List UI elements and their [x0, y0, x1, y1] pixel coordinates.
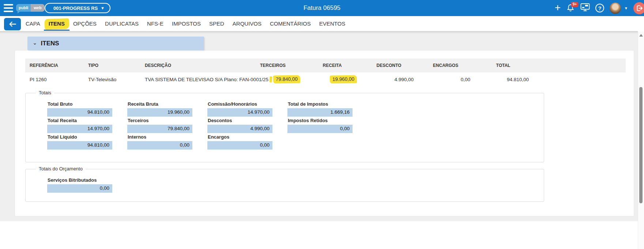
field-total-de-impostos: Total de Impostos 1.669,16 [287, 101, 368, 117]
notification-count-badge: 9+ [571, 2, 578, 7]
tab-label: EVENTOS [319, 20, 345, 27]
tab-label: ITENS [49, 20, 65, 27]
yellow-highlight: 19.960,00 [330, 75, 357, 84]
field-descontos: Descontos 4.990,00 [207, 117, 287, 133]
field-label: Comissão/Honorários [208, 101, 287, 107]
top-bar: publi web 001-PROGRESS RS ▼ Fatura 06595… [0, 0, 644, 16]
hamburger-menu-icon[interactable] [4, 4, 13, 12]
help-icon[interactable]: ? [595, 4, 604, 12]
field-label: Total Bruto [48, 101, 127, 107]
notifications-bell-icon[interactable]: 9+ [566, 3, 575, 13]
totais-grid: Total Bruto 94.810,00 Receita Bruta 19.9… [47, 101, 368, 150]
yellow-highlight: 79.840,00 [273, 75, 300, 84]
vertical-scrollbar[interactable] [638, 31, 644, 249]
scroll-up-arrow-icon[interactable] [639, 34, 643, 37]
field-label: Impostos Retidos [288, 118, 368, 123]
cell-desconto: 4.990,00 [361, 77, 417, 82]
tab-bar: CAPA ITENS OPÇÕES DUPLICATAS NFS-E IMPOS… [0, 16, 644, 31]
orcamento-grid: Serviços Bitributados 0,00 [47, 177, 368, 193]
field-value: 19.960,00 [127, 108, 192, 117]
field-total-liquido: Total Líquido 94.810,00 [47, 133, 127, 150]
field-label: Total Receita [48, 118, 127, 123]
field-label: Receita Bruta [128, 101, 207, 107]
tab-impostos[interactable]: IMPOSTOS [172, 20, 201, 27]
bottom-strip [0, 221, 638, 249]
field-internos: Internos 0,00 [127, 133, 207, 150]
help-question-glyph: ? [598, 5, 602, 11]
field-value: 79.840,00 [127, 125, 192, 133]
field-value: 0,00 [127, 141, 192, 150]
logo-part-publi: publi [16, 4, 31, 12]
active-tab-underline [44, 30, 69, 31]
scrollbar-thumb[interactable] [639, 87, 643, 203]
fieldset-legend: Totais [36, 90, 54, 95]
field-receita-bruta: Receita Bruta 19.960,00 [127, 101, 207, 117]
field-value: 94.810,00 [47, 108, 112, 117]
field-label: Internos [128, 134, 207, 140]
column-header: RECEITA [304, 63, 361, 68]
app-window: publi web 001-PROGRESS RS ▼ Fatura 06595… [0, 0, 644, 249]
field-value: 1.669,16 [287, 108, 353, 117]
cell-tipo: TV-Televisão [84, 77, 140, 82]
tab-opcoes[interactable]: OPÇÕES [73, 20, 97, 27]
back-button[interactable] [4, 18, 21, 30]
field-total-receita: Total Receita 14.970,00 [47, 117, 127, 133]
cell-receita: 19.960,00 [304, 75, 361, 83]
column-header: TIPO [84, 63, 140, 68]
field-total-bruto: Total Bruto 94.810,00 [47, 101, 127, 117]
field-terceiros: Terceiros 79.840,00 [127, 117, 207, 133]
company-selector-dropdown[interactable]: 001-PROGRESS RS ▼ [45, 3, 110, 13]
tab-nfse[interactable]: NFS-E [147, 20, 163, 27]
itens-section-header[interactable]: ⌄ ITENS [27, 37, 204, 50]
tab-label: NFS-E [147, 20, 163, 27]
column-header: TERCEIROS [242, 63, 304, 68]
field-label: Serviços Bitributados [48, 177, 127, 183]
field-comissao-honorarios: Comissão/Honorários 14.970,00 [207, 101, 287, 117]
totais-orcamento-fieldset: Totais do Orçamento Serviços Bitributado… [25, 169, 544, 202]
publiweb-logo[interactable]: publi web [16, 4, 45, 12]
cell-descricao: TVA SISTEMA DE TELEVISAO S/A Plano: FAN-… [140, 76, 242, 82]
cell-referencia: PI 1260 [25, 77, 84, 82]
tab-label: COMENTÁRIOS [270, 20, 311, 27]
display-monitor-icon[interactable] [580, 3, 590, 13]
field-value: 14.970,00 [207, 108, 272, 117]
field-value: 0,00 [47, 184, 112, 193]
topbar-actions: + 9+ ? ▼ [555, 0, 644, 16]
section-title: ITENS [41, 40, 59, 47]
items-table-header: REFERÊNCIA TIPO DESCRIÇÃO TERCEIROS RECE… [25, 59, 626, 72]
field-value: 0,00 [287, 125, 353, 133]
tab-capa[interactable]: CAPA [26, 20, 40, 27]
column-header: REFERÊNCIA [25, 63, 84, 68]
cell-terceiros: 79.840,00 [242, 75, 304, 83]
tab-arquivos[interactable]: ARQUIVOS [233, 20, 261, 27]
tab-label: SPED [209, 20, 224, 27]
tab-eventos[interactable]: EVENTOS [319, 20, 345, 27]
tab-label: OPÇÕES [73, 20, 97, 27]
field-label: Descontos [208, 118, 287, 123]
field-value: 14.970,00 [47, 125, 112, 133]
field-label: Terceiros [128, 118, 207, 123]
logout-icon[interactable] [633, 2, 644, 14]
user-avatar[interactable] [610, 3, 621, 14]
tab-label: IMPOSTOS [172, 20, 201, 27]
tab-itens[interactable]: ITENS [49, 20, 65, 27]
chevron-down-icon: ▼ [101, 6, 105, 10]
content-area: ⌄ ITENS REFERÊNCIA TIPO DESCRIÇÃO TERCEI… [0, 31, 638, 221]
add-icon[interactable]: + [555, 3, 561, 13]
field-impostos-retidos: Impostos Retidos 0,00 [287, 117, 368, 133]
fieldset-legend: Totais do Orçamento [36, 166, 86, 171]
itens-panel: REFERÊNCIA TIPO DESCRIÇÃO TERCEIROS RECE… [15, 50, 634, 216]
table-row[interactable]: PI 1260 TV-Televisão TVA SISTEMA DE TELE… [25, 72, 626, 86]
tab-label: DUPLICATAS [105, 20, 139, 27]
tab-label: CAPA [26, 20, 40, 27]
field-label: Total Líquido [48, 134, 127, 140]
column-header: ENCARGOS [417, 63, 474, 68]
tab-comentarios[interactable]: COMENTÁRIOS [270, 20, 311, 27]
field-value: 0,00 [207, 141, 272, 150]
field-servicos-bitributados: Serviços Bitributados 0,00 [47, 177, 127, 193]
tab-sped[interactable]: SPED [209, 20, 224, 27]
tab-duplicatas[interactable]: DUPLICATAS [105, 20, 139, 27]
chevron-down-icon: ⌄ [33, 39, 37, 46]
user-menu-chevron-icon[interactable]: ▼ [624, 6, 628, 10]
logo-part-web: web [31, 4, 44, 12]
